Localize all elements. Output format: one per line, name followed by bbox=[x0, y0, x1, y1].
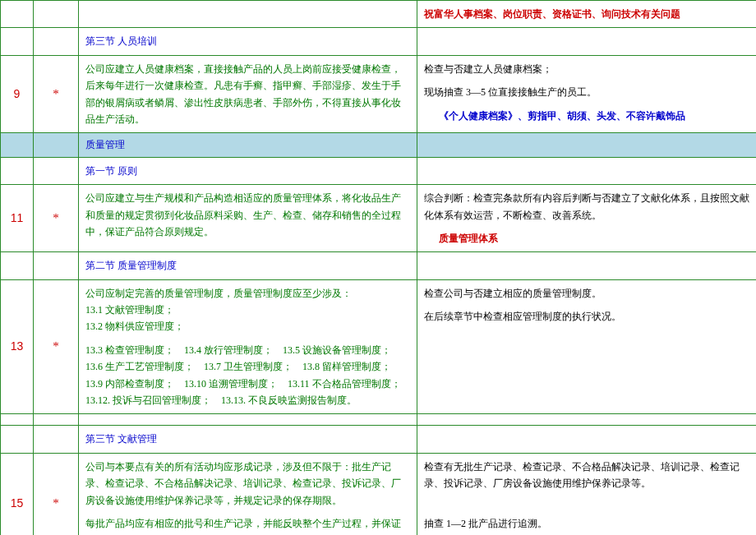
cell-empty bbox=[79, 414, 417, 426]
requirement-text: 公司应制定完善的质量管理制度，质量管理制度应至少涉及： 13.1 文献管理制度；… bbox=[79, 279, 417, 414]
cell-empty bbox=[1, 28, 34, 55]
cell-empty bbox=[1, 157, 34, 184]
section-title: 第三节 文献管理 bbox=[79, 426, 417, 453]
requirement-text: 公司应建立与生产规模和产品构造相适应的质量管理体系，将化妆品生产和质量的规定贯彻… bbox=[79, 185, 417, 252]
table-row: 第一节 原则 bbox=[1, 157, 757, 184]
table-row-empty bbox=[1, 414, 757, 426]
item-number: 15 bbox=[1, 453, 34, 535]
cell-empty bbox=[417, 157, 757, 184]
item-number: 9 bbox=[1, 55, 34, 133]
cell-empty bbox=[34, 1, 79, 28]
cell-empty bbox=[34, 133, 79, 157]
item-star: * bbox=[34, 55, 79, 133]
item-number: 13 bbox=[1, 279, 34, 414]
check-text: 综合判断：检查完条款所有内容后判断与否建立了文献化体系，且按照文献化体系有效运营… bbox=[417, 185, 757, 252]
requirement-text: 公司与本要点有关的所有活动均应形成记录，涉及但不限于：批生产记录、检查记录、不合… bbox=[79, 453, 417, 535]
cell-empty bbox=[34, 252, 79, 279]
item-star: * bbox=[34, 453, 79, 535]
cell-empty bbox=[1, 252, 34, 279]
cell-empty bbox=[1, 1, 34, 28]
cell-note: 祝富华人事档案、岗位职责、资格证书、询问技术有关问题 bbox=[417, 1, 757, 28]
table-row: 9 * 公司应建立人员健康档案，直接接触产品的人员上岗前应接受健康检查，后来每年… bbox=[1, 55, 757, 133]
req-para: 每批产品均应有相应的批号和生产记录，并能反映整个生产过程，并保证样品的可追溯性。 bbox=[85, 515, 410, 535]
cell-empty bbox=[1, 414, 34, 426]
check-line: 现场抽查 3—5 位直接接触生产的员工。 bbox=[424, 84, 749, 100]
section-title: 第二节 质量管理制度 bbox=[79, 252, 417, 279]
check-text: 检查公司与否建立相应的质量管理制度。 在后续章节中检查相应管理制度的执行状况。 bbox=[417, 279, 757, 414]
cell-empty bbox=[34, 426, 79, 453]
regulation-table: 祝富华人事档案、岗位职责、资格证书、询问技术有关问题 第三节 人员培训 9 * … bbox=[0, 0, 756, 535]
req-line: 公司应制定完善的质量管理制度，质量管理制度应至少涉及： bbox=[85, 285, 410, 302]
cell-empty bbox=[417, 252, 757, 279]
check-para: 检查有无批生产记录、检查记录、不合格品解决记录、培训记录、检查记录、投诉记录、厂… bbox=[424, 459, 749, 492]
section-title: 第一节 原则 bbox=[79, 157, 417, 184]
check-line: 检查与否建立人员健康档案； bbox=[424, 61, 749, 77]
cell-empty bbox=[1, 426, 34, 453]
cell-empty bbox=[417, 133, 757, 157]
req-line: 13.2 物料供应管理度； bbox=[85, 318, 410, 334]
table-row: 第三节 文献管理 bbox=[1, 426, 757, 453]
item-star: * bbox=[34, 185, 79, 252]
check-text: 检查与否建立人员健康档案； 现场抽查 3—5 位直接接触生产的员工。 《个人健康… bbox=[417, 55, 757, 133]
note-text: 祝富华人事档案、岗位职责、资格证书、询问技术有关问题 bbox=[424, 8, 680, 20]
req-para: 公司与本要点有关的所有活动均应形成记录，涉及但不限于：批生产记录、检查记录、不合… bbox=[85, 459, 410, 509]
check-line: 综合判断：检查完条款所有内容后判断与否建立了文献化体系，且按照文献化体系有效运营… bbox=[424, 190, 749, 224]
check-text: 检查有无批生产记录、检查记录、不合格品解决记录、培训记录、检查记录、投诉记录、厂… bbox=[417, 453, 757, 535]
cell-empty bbox=[1, 133, 34, 157]
cell-empty bbox=[417, 28, 757, 55]
table-row: 第三节 人员培训 bbox=[1, 28, 757, 55]
table-row: 第二节 质量管理制度 bbox=[1, 252, 757, 279]
section-title: 质量管理 bbox=[79, 133, 417, 157]
cell-empty bbox=[34, 157, 79, 184]
check-highlight: 质量管理体系 bbox=[424, 230, 749, 247]
cell-empty bbox=[34, 414, 79, 426]
table-row: 祝富华人事档案、岗位职责、资格证书、询问技术有关问题 bbox=[1, 1, 757, 28]
check-highlight: 《个人健康档案》、剪指甲、胡须、头发、不容许戴饰品 bbox=[424, 108, 749, 124]
check-para: 抽查 1—2 批产品进行追溯。 bbox=[424, 515, 749, 532]
table-row: 15 * 公司与本要点有关的所有活动均应形成记录，涉及但不限于：批生产记录、检查… bbox=[1, 453, 757, 535]
cell-empty bbox=[34, 28, 79, 55]
item-star: * bbox=[34, 279, 79, 414]
item-number: 11 bbox=[1, 185, 34, 252]
table-row: 11 * 公司应建立与生产规模和产品构造相适应的质量管理体系，将化妆品生产和质量… bbox=[1, 185, 757, 252]
check-line: 检查公司与否建立相应的质量管理制度。 bbox=[424, 285, 749, 302]
section-header-row: 质量管理 bbox=[1, 133, 757, 157]
requirement-text: 公司应建立人员健康档案，直接接触产品的人员上岗前应接受健康检查，后来每年进行一次… bbox=[79, 55, 417, 133]
table-row: 13 * 公司应制定完善的质量管理制度，质量管理制度应至少涉及： 13.1 文献… bbox=[1, 279, 757, 414]
req-line: 13.1 文献管理制度； bbox=[85, 302, 410, 318]
cell-empty bbox=[417, 414, 757, 426]
cell-empty bbox=[79, 1, 417, 28]
check-line: 在后续章节中检查相应管理制度的执行状况。 bbox=[424, 308, 749, 325]
section-title: 第三节 人员培训 bbox=[79, 28, 417, 55]
req-line: 13.3 检查管理制度； 13.4 放行管理制度； 13.5 设施设备管理制度；… bbox=[85, 342, 410, 409]
cell-empty bbox=[417, 426, 757, 453]
